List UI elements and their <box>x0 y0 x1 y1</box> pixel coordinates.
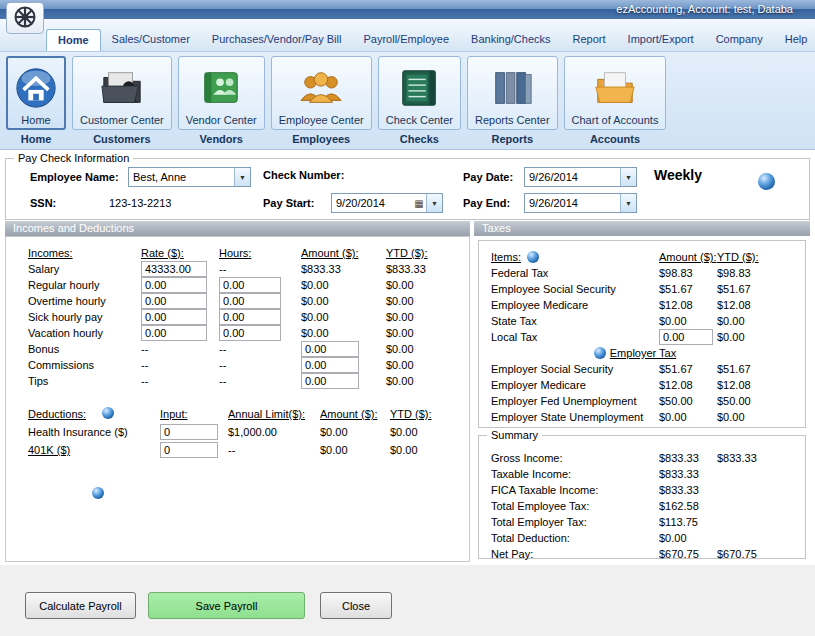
save-payroll-button[interactable]: Save Payroll <box>148 592 305 619</box>
income-label: Sick hourly pay <box>28 311 141 323</box>
amount-column-header: Amount ($): <box>659 251 717 263</box>
toolbar-item-employee-center: Employee Center Employees <box>271 56 372 145</box>
summary-box: Summary Gross Income: $833.33 $833.33 Ta… <box>478 435 806 559</box>
toolbar-item-chart-of-accounts: Chart of Accounts Accounts <box>564 56 667 145</box>
reports-center-icon <box>490 66 534 112</box>
regular-hourly-rate-input[interactable] <box>141 277 207 293</box>
overtime-hourly-hours-input[interactable] <box>219 293 281 309</box>
menu-tab-company[interactable]: Company <box>705 29 774 51</box>
pay-date-select[interactable]: 9/26/2014 ▼ <box>524 167 637 187</box>
menu-tab-payroll-employee[interactable]: Payroll/Employee <box>352 29 460 51</box>
employee-center-button[interactable]: Employee Center <box>271 56 372 130</box>
customer-center-button[interactable]: Customer Center <box>72 56 172 130</box>
regular-hourly-hours-input[interactable] <box>219 277 281 293</box>
help-globe-icon[interactable] <box>758 173 775 190</box>
menu-tab-import-export[interactable]: Import/Export <box>617 29 705 51</box>
tax-amount: $51.67 <box>659 363 717 375</box>
bonus-amount-input[interactable] <box>301 341 359 357</box>
pay-end-select[interactable]: 9/26/2014 ▼ <box>524 193 637 213</box>
home-button[interactable]: Home <box>6 56 66 130</box>
amount-value: $833.33 <box>301 263 386 275</box>
menu-tab-help[interactable]: Help <box>774 29 815 51</box>
calculate-payroll-button[interactable]: Calculate Payroll <box>25 592 136 619</box>
summary-label: Net Pay: <box>491 548 659 560</box>
summary-amount: $0.00 <box>659 532 717 544</box>
pay-start-value: 9/20/2014 <box>332 197 412 209</box>
employee-name-select[interactable]: Best, Anne ▼ <box>128 167 251 187</box>
pay-date-label: Pay Date: <box>463 171 513 183</box>
toolbar-button-label: Vendor Center <box>186 114 257 126</box>
hours-column-header: Hours: <box>219 247 301 259</box>
toolbar-caption: Accounts <box>590 133 640 145</box>
401k-input[interactable] <box>160 442 218 458</box>
limit-value: -- <box>228 444 320 456</box>
salary-rate-input[interactable] <box>141 261 207 277</box>
toolbar-button-label: Home <box>21 114 50 126</box>
rate-value: -- <box>141 375 219 387</box>
menu-strip: Home Sales/Customer Purchases/Vendor/Pay… <box>0 19 815 52</box>
ytd-value: $833.33 <box>386 263 461 275</box>
check-number-input[interactable] <box>351 167 441 182</box>
chevron-down-icon: ▼ <box>620 168 636 186</box>
overtime-hourly-rate-input[interactable] <box>141 293 207 309</box>
sick-hourly-hours-input[interactable] <box>219 309 281 325</box>
summary-label: Gross Income: <box>491 452 659 464</box>
rate-value: -- <box>141 343 219 355</box>
summary-ytd: $833.33 <box>717 452 779 464</box>
health-insurance-input[interactable] <box>160 424 218 440</box>
ytd-column-header: YTD ($): <box>717 251 779 263</box>
local-tax-input[interactable] <box>659 329 713 345</box>
limit-column-header: Annual Limit($): <box>228 408 320 420</box>
toolbar-button-label: Reports Center <box>475 114 550 126</box>
items-title: Items: <box>491 251 659 263</box>
sick-hourly-rate-input[interactable] <box>141 309 207 325</box>
menu-tab-sales-customer[interactable]: Sales/Customer <box>101 29 201 51</box>
menu-tabs: Home Sales/Customer Purchases/Vendor/Pay… <box>46 29 815 51</box>
pay-start-picker[interactable]: 9/20/2014 ▦ ▼ <box>331 193 443 213</box>
hours-value: -- <box>219 263 301 275</box>
employer-tax-globe-icon[interactable] <box>594 347 606 359</box>
ytd-value: $0.00 <box>386 375 461 387</box>
toolbar-button-label: Check Center <box>386 114 453 126</box>
customer-center-icon <box>100 66 144 112</box>
taxes-panel: Items: Amount ($): YTD ($): Federal Tax … <box>474 236 810 562</box>
toolbar-caption: Employees <box>292 133 350 145</box>
vacation-hourly-rate-input[interactable] <box>141 325 207 341</box>
tax-label: Employer Social Security <box>491 363 659 375</box>
taxes-help-globe-icon[interactable] <box>527 251 539 263</box>
tax-label: Employee Social Security <box>491 283 659 295</box>
pay-start-label: Pay Start: <box>263 197 314 209</box>
incomes-help-globe-icon[interactable] <box>92 487 104 499</box>
ssn-label: SSN: <box>30 197 56 209</box>
summary-ytd: $670.75 <box>717 548 779 560</box>
menu-tab-purchases-vendor-pay-bill[interactable]: Purchases/Vendor/Pay Bill <box>201 29 353 51</box>
income-label: Tips <box>28 375 141 387</box>
app-menu-button[interactable] <box>6 2 44 34</box>
vendor-center-button[interactable]: Vendor Center <box>178 56 265 130</box>
menu-tab-home[interactable]: Home <box>46 29 101 51</box>
summary-amount: $833.33 <box>659 484 717 496</box>
summary-amount: $833.33 <box>659 452 717 464</box>
commissions-amount-input[interactable] <box>301 357 359 373</box>
incomes-deductions-header: Incomes and Deductions <box>5 221 470 236</box>
chart-of-accounts-button[interactable]: Chart of Accounts <box>564 56 667 130</box>
ytd-value: $0.00 <box>386 327 461 339</box>
tips-amount-input[interactable] <box>301 373 359 389</box>
menu-tab-banking-checks[interactable]: Banking/Checks <box>460 29 562 51</box>
calendar-icon: ▦ <box>412 198 426 209</box>
ssn-value: 123-13-2213 <box>109 197 171 209</box>
chevron-down-icon: ▼ <box>234 168 250 186</box>
employee-name-label: Employee Name: <box>30 171 119 183</box>
reports-center-button[interactable]: Reports Center <box>467 56 558 130</box>
summary-group-title: Summary <box>487 429 542 441</box>
menu-tab-report[interactable]: Report <box>562 29 617 51</box>
incomes-title: Incomes: <box>28 247 141 259</box>
paycheck-group-title: Pay Check Information <box>14 152 133 164</box>
close-button[interactable]: Close <box>320 592 392 619</box>
vendor-center-icon <box>199 66 243 112</box>
vacation-hourly-hours-input[interactable] <box>219 325 281 341</box>
summary-label: FICA Taxable Income: <box>491 484 659 496</box>
tax-ytd: $12.08 <box>717 379 779 391</box>
hours-value: -- <box>219 375 301 387</box>
check-center-button[interactable]: Check Center <box>378 56 461 130</box>
